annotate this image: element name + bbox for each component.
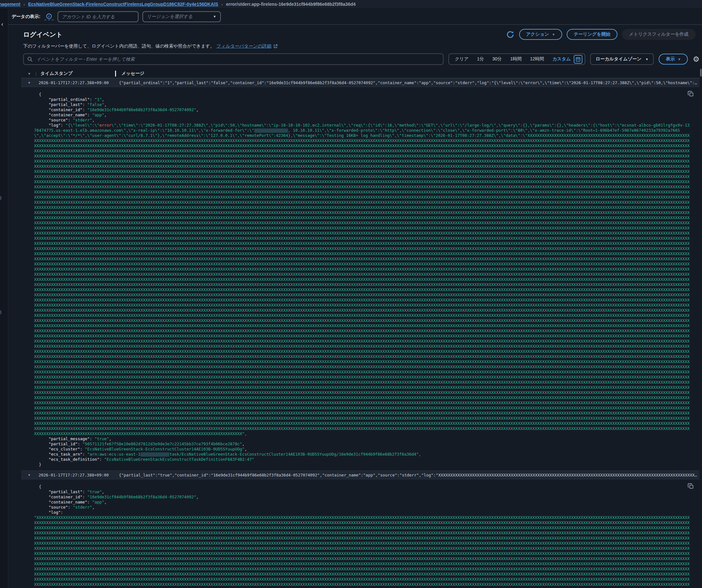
log-events-table: ▼ | タイムスタンプ メッセージ ▼ 2026-01-17T17:27:27.… [21, 69, 699, 588]
data-display-label: データの表示: [12, 14, 40, 20]
sidebar-text-fragment: ) [0, 195, 1, 200]
cloudwatch-log-events-page: nagement › EcsNativeBlueGreenStack-Firel… [0, 0, 702, 588]
expand-all-icon[interactable]: ▼ [28, 72, 35, 76]
timezone-select[interactable]: ローカルタイムゾーン ▼ [590, 53, 654, 65]
filter-pattern-link[interactable]: フィルターパターンの詳細 [217, 43, 271, 49]
breadcrumb-parent-link[interactable]: nagement [0, 2, 20, 7]
copy-button[interactable] [687, 90, 694, 98]
range-30min-button[interactable]: 30分 [488, 56, 506, 62]
range-12hour-button[interactable]: 12時間 [526, 56, 548, 62]
search-input[interactable] [36, 56, 439, 62]
chevron-down-icon: ▼ [678, 57, 681, 61]
region-select[interactable]: リージョンを選択する ▼ [142, 11, 221, 22]
chevron-down-icon: ▼ [213, 15, 216, 18]
log-event-row[interactable]: ▼ 2026-01-17T17:27:27.388+09:00 {"partia… [21, 78, 699, 87]
copy-icon [687, 90, 694, 97]
start-tailing-button[interactable]: テーリングを開始 [567, 29, 617, 40]
account-id-input[interactable] [57, 11, 138, 22]
breadcrumb-log-group-link[interactable]: EcsNativeBlueGreenStack-FirelensConstruc… [28, 2, 218, 7]
time-range-group: クリア 1分 30分 1時間 12時間 カスタム [448, 53, 585, 65]
event-filter-search[interactable] [23, 53, 444, 65]
range-1min-button[interactable]: 1分 [473, 56, 488, 62]
message-column-header[interactable]: メッセージ [121, 71, 144, 77]
external-link-icon [273, 44, 278, 48]
custom-range-button[interactable]: カスタム [548, 56, 574, 62]
log-event-row[interactable]: ▼ 2026-01-17T17:27:27.388+09:00 {"partia… [21, 470, 699, 479]
event-timestamp: 2026-01-17T17:27:27.388+09:00 [38, 473, 119, 477]
description-text: 下のフィルターバーを使用して、ログイベント内の用語、語句、値の検索や照合ができま… [23, 43, 699, 49]
data-display-bar: データの表示: i リージョンを選択する ▼ [8, 9, 702, 25]
panel-collapse-chevron-icon[interactable]: ‹ [1, 21, 3, 27]
info-icon[interactable]: i [44, 13, 54, 20]
settings-gear-icon[interactable]: ⚙ [693, 55, 699, 63]
expanded-event-json: { "partial_last": "true", "container_id"… [21, 479, 699, 588]
refresh-button[interactable] [506, 30, 514, 39]
filter-bar: クリア 1分 30分 1時間 12時間 カスタム [23, 53, 699, 65]
collapsed-side-panel: ‹ ) ) [0, 9, 8, 588]
column-resize-handle[interactable] [115, 71, 116, 77]
expanded-event-json: { "partial_ordinal": "1", "partial_last"… [21, 87, 699, 470]
search-icon [27, 56, 33, 62]
log-events-panel: ログイベント アクション ▼ テーリ [8, 25, 702, 588]
range-1hour-button[interactable]: 1時間 [506, 56, 526, 62]
breadcrumb-separator-icon: › [23, 2, 25, 7]
breadcrumb-log-stream: error/stderr.app-firelens-16e9de31cf944b… [226, 2, 355, 7]
display-options-button[interactable]: 表示 ▼ [659, 54, 688, 64]
create-metric-filter-button[interactable]: メトリクスフィルターを作成 [622, 29, 696, 40]
event-message-preview: {"partial_last":"true","container_id":"1… [119, 473, 699, 477]
event-message-preview: {"partial_ordinal":"1","partial_last":"f… [119, 80, 699, 85]
sidebar-text-fragment: ) [0, 309, 1, 314]
timestamp-column-header[interactable]: タイムスタンプ [40, 71, 115, 77]
copy-button[interactable] [687, 483, 694, 491]
copy-icon [687, 483, 694, 490]
refresh-icon [506, 30, 514, 39]
chevron-down-icon: ▼ [552, 33, 555, 36]
chevron-down-icon: ▼ [646, 57, 649, 61]
table-header: ▼ | タイムスタンプ メッセージ [21, 69, 699, 78]
breadcrumb-separator-icon: › [221, 2, 223, 7]
calendar-button[interactable] [574, 55, 582, 63]
row-expander-icon[interactable]: ▼ [28, 473, 35, 477]
row-expander-icon[interactable]: ▼ [28, 81, 35, 85]
clear-range-button[interactable]: クリア [451, 56, 473, 62]
scrollbar-thumb[interactable] [700, 69, 702, 77]
breadcrumb: nagement › EcsNativeBlueGreenStack-Firel… [0, 0, 702, 9]
event-timestamp: 2026-01-17T17:27:27.388+09:00 [38, 80, 119, 85]
calendar-icon [576, 57, 581, 62]
actions-button[interactable]: アクション ▼ [519, 29, 563, 40]
page-title: ログイベント [23, 30, 63, 39]
